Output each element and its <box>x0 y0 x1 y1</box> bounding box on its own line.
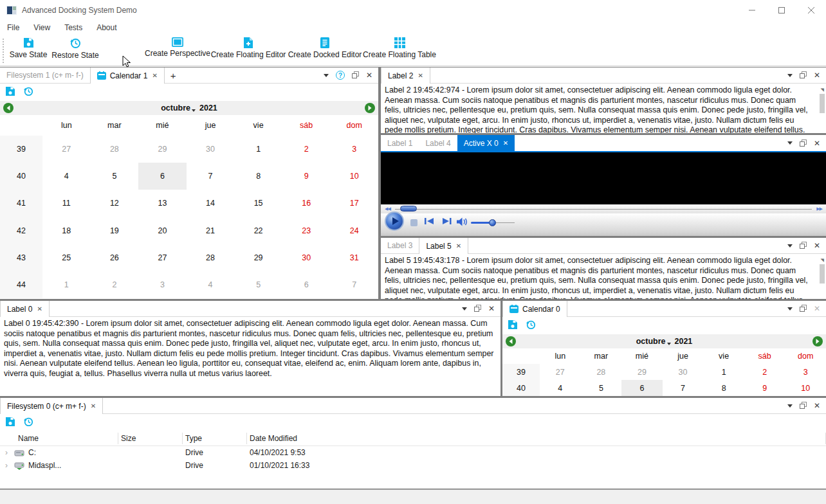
volume-slider-thumb[interactable] <box>489 219 496 226</box>
calendar-day[interactable]: 30 <box>663 364 704 380</box>
calendar-day[interactable]: 19 <box>91 217 139 244</box>
tab-label0[interactable]: Label 0 ✕ <box>0 301 50 317</box>
calendar-day[interactable]: 5 <box>581 380 622 396</box>
calendar-day[interactable]: 28 <box>91 136 139 163</box>
restore-state-button[interactable]: Restore State <box>50 37 100 60</box>
next-month-icon[interactable] <box>365 103 375 113</box>
add-tab-button[interactable]: + <box>165 68 182 83</box>
column-header[interactable]: Type <box>183 433 247 444</box>
calendar-day[interactable]: 4 <box>187 271 235 298</box>
calendar-day[interactable]: 9 <box>744 380 785 396</box>
calendar-day[interactable]: 1 <box>42 271 91 298</box>
calendar-day[interactable]: 7 <box>187 163 235 190</box>
volume-icon[interactable] <box>457 217 468 229</box>
restore-icon[interactable] <box>526 320 536 332</box>
calendar-day[interactable]: 14 <box>187 190 235 217</box>
toolbar-drag-handle[interactable] <box>3 39 4 63</box>
calendar-day[interactable]: 28 <box>581 364 622 380</box>
tab-close-icon[interactable]: ✕ <box>456 242 461 249</box>
menu-about[interactable]: About <box>89 23 124 32</box>
play-icon[interactable] <box>385 212 404 231</box>
calendar-day[interactable]: 27 <box>540 364 581 380</box>
calendar-day[interactable]: 30 <box>282 244 331 271</box>
column-header[interactable]: Name <box>0 433 118 444</box>
calendar-day[interactable]: 17 <box>330 190 378 217</box>
minimize-icon[interactable] <box>737 0 767 21</box>
scrollbar-thumb[interactable] <box>820 264 825 284</box>
seek-slider-thumb[interactable] <box>400 206 417 212</box>
float-dock-icon[interactable] <box>352 69 359 81</box>
tab-close-icon[interactable]: ✕ <box>503 140 508 147</box>
dock-menu-arrow-icon[interactable] <box>787 141 793 145</box>
float-dock-icon[interactable] <box>800 240 807 251</box>
calendar-day[interactable]: 9 <box>282 163 331 190</box>
rewind-icon[interactable]: ◀◀ <box>385 206 390 212</box>
tab-label1[interactable]: Label 1 <box>381 135 419 151</box>
tab-filesystem1[interactable]: Filesystem 1 (c+ m- f-) <box>0 68 90 83</box>
close-icon[interactable] <box>796 0 826 21</box>
calendar-day[interactable]: 3 <box>330 136 378 163</box>
calendar-day[interactable]: 25 <box>42 244 91 271</box>
menu-view[interactable]: View <box>26 23 57 32</box>
dock-menu-arrow-icon[interactable] <box>787 404 793 408</box>
calendar-day[interactable]: 2 <box>91 271 139 298</box>
calendar-day[interactable]: 3 <box>138 271 187 298</box>
prev-month-icon[interactable] <box>3 103 14 113</box>
tab-close-icon[interactable]: ✕ <box>152 72 157 79</box>
dock-close-icon[interactable]: ✕ <box>366 71 372 80</box>
save-icon[interactable] <box>5 86 15 99</box>
calendar-day[interactable]: 20 <box>138 217 187 244</box>
float-dock-icon[interactable] <box>800 303 807 314</box>
calendar-day[interactable]: 8 <box>234 163 282 190</box>
tab-calendar0[interactable]: Calendar 0 <box>502 301 567 317</box>
tab-label2[interactable]: Label 2 ✕ <box>381 68 430 84</box>
calendar-day[interactable]: 2 <box>744 364 785 380</box>
calendar-day[interactable]: 24 <box>330 217 378 244</box>
calendar-day[interactable]: 29 <box>621 364 663 380</box>
save-icon[interactable] <box>508 320 518 332</box>
calendar-day[interactable]: 13 <box>138 190 187 217</box>
create-docked-editor-button[interactable]: Create Docked Editor <box>288 37 362 59</box>
calendar-day[interactable]: 29 <box>138 136 187 163</box>
calendar-day[interactable]: 4 <box>42 163 91 190</box>
restore-icon[interactable] <box>23 86 33 99</box>
calendar-day[interactable]: 4 <box>540 380 581 396</box>
dock-close-icon[interactable]: ✕ <box>814 401 820 410</box>
calendar-day[interactable]: 8 <box>703 380 744 396</box>
table-row[interactable]: ›C:Drive04/10/2021 9:53 <box>0 446 826 459</box>
calendar-day[interactable]: 1 <box>234 136 282 163</box>
calendar-day[interactable]: 27 <box>42 136 91 163</box>
table-row[interactable]: ›Midaspl...Drive01/10/2021 16:33 <box>0 459 826 472</box>
tab-label5[interactable]: Label 5 ✕ <box>419 238 468 254</box>
create-perspective-button[interactable]: Create Perspective <box>145 37 210 58</box>
calendar-day[interactable]: 7 <box>330 271 378 298</box>
calendar-day[interactable]: 6 <box>282 271 331 298</box>
calendar-day[interactable]: 15 <box>234 190 282 217</box>
calendar-day[interactable]: 12 <box>91 190 139 217</box>
save-icon[interactable] <box>5 417 15 429</box>
menu-tests[interactable]: Tests <box>57 23 89 32</box>
tab-label4[interactable]: Label 4 <box>419 135 457 151</box>
calendar-day[interactable]: 10 <box>785 380 826 396</box>
dock-close-icon[interactable]: ✕ <box>488 304 495 313</box>
tab-close-icon[interactable]: ✕ <box>37 305 42 312</box>
tab-activex0[interactable]: Active X 0 ✕ <box>457 135 515 151</box>
calendar-day[interactable]: 30 <box>187 136 235 163</box>
float-dock-icon[interactable] <box>800 138 807 149</box>
dock-close-icon[interactable]: ✕ <box>814 241 820 250</box>
dock-menu-arrow-icon[interactable] <box>787 74 793 77</box>
scrollbar[interactable]: ◥ ◢ <box>818 85 825 133</box>
calendar1-title[interactable]: octubre2021 <box>0 104 378 113</box>
save-state-button[interactable]: Save State <box>8 37 49 59</box>
calendar-day[interactable]: 22 <box>234 217 282 244</box>
dock-menu-arrow-icon[interactable] <box>787 244 793 248</box>
calendar-day[interactable]: 21 <box>187 217 235 244</box>
calendar-day[interactable]: 7 <box>663 380 704 396</box>
calendar-day[interactable]: 1 <box>703 364 744 380</box>
calendar-day[interactable]: 6 <box>621 380 663 396</box>
menu-file[interactable]: File <box>0 23 26 32</box>
calendar-day[interactable]: 5 <box>234 271 282 298</box>
calendar-day[interactable]: 2 <box>282 136 331 163</box>
dock-menu-arrow-icon[interactable] <box>324 74 329 77</box>
tab-close-icon[interactable]: ✕ <box>91 402 96 410</box>
